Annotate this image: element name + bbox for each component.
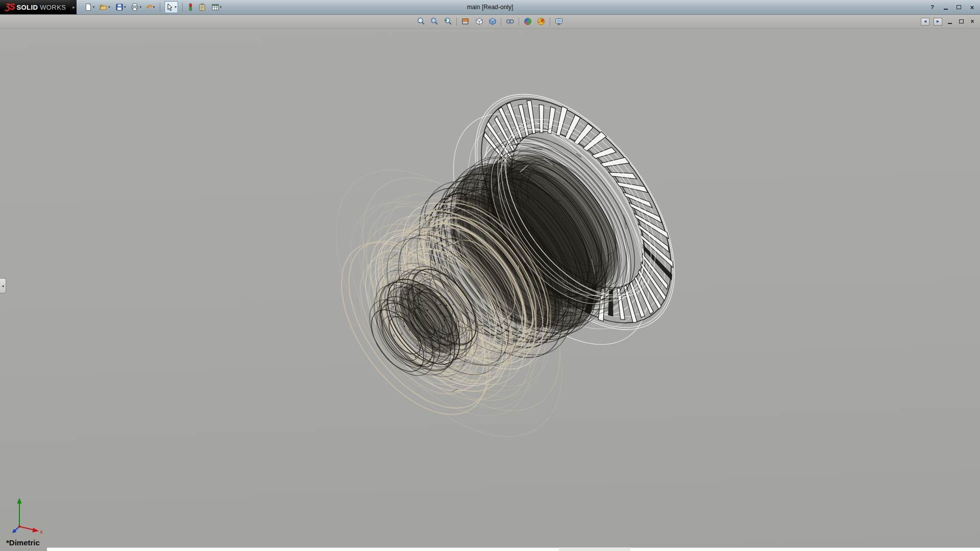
toolbar-separator	[456, 17, 457, 26]
new-document-icon	[84, 3, 92, 11]
view-toolbar	[414, 15, 566, 28]
titlebar: ƷS SOLIDWORKS ▸ ▾ ▾	[0, 0, 980, 15]
select-cursor-icon	[166, 3, 174, 11]
printer-icon	[131, 3, 139, 11]
previous-view-icon	[443, 17, 452, 26]
apply-scene-button[interactable]	[534, 16, 548, 28]
dropdown-arrow-icon[interactable]: ▾	[220, 5, 222, 9]
undo-button[interactable]: ↶ ▾	[145, 1, 156, 13]
view-orientation-button[interactable]	[472, 16, 485, 28]
table-icon	[211, 3, 219, 11]
appearance-ball-icon	[523, 17, 532, 26]
doc-minimize-button[interactable]	[946, 18, 953, 25]
solidworks-window: ƷS SOLIDWORKS ▸ ▾ ▾	[0, 0, 980, 551]
toolbar-separator	[519, 17, 519, 26]
brand-name-bold: SOLID	[16, 4, 38, 11]
maximize-button[interactable]	[955, 4, 963, 11]
open-folder-icon	[100, 3, 108, 11]
solidworks-logo-icon: ƷS	[5, 3, 14, 12]
z-axis-arrow	[12, 527, 19, 533]
taskbar-sliver	[47, 547, 980, 551]
dropdown-arrow-icon[interactable]: ▾	[124, 5, 126, 9]
selection-filter-button[interactable]	[187, 1, 194, 13]
minimize-button[interactable]	[942, 4, 949, 11]
filter-pill-icon	[188, 3, 193, 11]
section-view-button[interactable]	[459, 16, 472, 28]
document-window-controls: ◀ ▶ ×	[921, 15, 976, 28]
display-style-button[interactable]	[485, 16, 499, 28]
hide-show-items-button[interactable]	[503, 16, 517, 28]
maximize-icon	[957, 5, 961, 9]
window-controls: ? ×	[928, 0, 976, 14]
main-toolbar: ▾ ▾ ▾	[82, 0, 224, 14]
print-button[interactable]: ▾	[130, 1, 142, 13]
toolbar-separator	[501, 17, 501, 26]
undo-arrow-icon: ↶	[146, 3, 153, 11]
turbine-engine-wireframe	[0, 29, 980, 551]
next-window-button[interactable]: ▶	[934, 18, 942, 26]
solidworks-logo: ƷS SOLIDWORKS	[0, 0, 70, 14]
display-style-icon	[487, 17, 497, 26]
save-button[interactable]: ▾	[114, 1, 127, 13]
view-settings-icon	[554, 17, 564, 26]
properties-button[interactable]	[197, 1, 207, 13]
graphics-viewport[interactable]: ◂ X *Dimetric	[0, 29, 980, 551]
x-axis-arrow: X	[19, 527, 43, 535]
previous-window-button[interactable]: ◀	[921, 18, 929, 26]
zoom-to-area-button[interactable]	[428, 16, 441, 28]
scene-ball-icon	[536, 17, 546, 26]
previous-view-button[interactable]	[441, 16, 454, 28]
open-document-button[interactable]: ▾	[99, 1, 111, 13]
help-button[interactable]: ?	[928, 4, 936, 11]
edit-appearance-button[interactable]	[521, 16, 534, 28]
save-floppy-icon	[115, 3, 124, 11]
panel-collapse-tab[interactable]: ◂	[0, 278, 6, 293]
dropdown-arrow-icon[interactable]: ▾	[108, 5, 110, 9]
x-axis-label: X	[40, 530, 43, 535]
brand-name-light: WORKS	[40, 4, 66, 11]
view-cube-icon	[474, 17, 483, 26]
view-settings-button[interactable]	[552, 16, 566, 28]
restore-icon	[959, 19, 964, 23]
document-title: main [Read-only]	[467, 0, 513, 14]
view-orientation-label: *Dimetric	[6, 538, 40, 547]
new-document-button[interactable]: ▾	[83, 1, 96, 13]
clipboard-icon	[198, 3, 206, 11]
zoom-to-fit-button[interactable]	[414, 16, 428, 28]
close-button[interactable]: ×	[968, 4, 976, 11]
orientation-triad: X	[11, 495, 48, 537]
dropdown-arrow-icon[interactable]: ▾	[153, 5, 155, 9]
toolbar-separator	[182, 3, 183, 12]
zoom-to-fit-icon	[416, 17, 426, 26]
taskbar-sliver-notch	[559, 547, 630, 551]
section-view-icon	[461, 17, 470, 26]
minimize-icon	[948, 23, 952, 24]
y-axis-arrow	[17, 498, 22, 527]
doc-close-button[interactable]: ×	[969, 18, 976, 25]
heads-up-toolbar-row: ◀ ▶ ×	[0, 15, 980, 29]
zoom-to-area-icon	[430, 17, 439, 26]
triad-origin	[18, 525, 20, 528]
toolbar-separator	[160, 3, 160, 12]
logo-flyout-arrow[interactable]: ▸	[70, 0, 77, 14]
select-tool-button[interactable]: ▾	[164, 1, 178, 13]
dropdown-arrow-icon[interactable]: ▾	[93, 5, 95, 9]
design-table-button[interactable]: ▾	[210, 1, 223, 13]
dropdown-arrow-icon[interactable]: ▾	[175, 5, 177, 9]
minimize-icon	[944, 9, 948, 10]
doc-restore-button[interactable]	[958, 18, 965, 25]
toolbar-separator	[550, 17, 550, 26]
hide-show-icon	[505, 17, 514, 26]
dropdown-arrow-icon[interactable]: ▾	[139, 5, 141, 9]
